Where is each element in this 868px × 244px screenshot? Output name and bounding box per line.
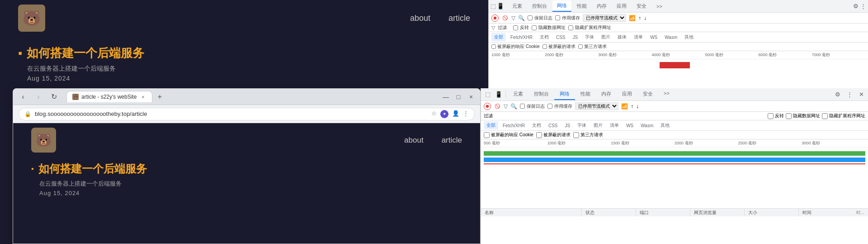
- type-css[interactable]: CSS: [553, 34, 568, 41]
- hide-data-main-checkbox[interactable]: [786, 113, 792, 119]
- devtools-top-toolbar: ⏺ 🚫 ▽ 🔍 保留日志 停用缓存 已停用节流模式 📶 ↑ ↓: [489, 13, 868, 24]
- back-btn[interactable]: ‹: [17, 91, 29, 103]
- url-bar[interactable]: 🔒 blog.soooooooooooooooootheby.top/artic…: [19, 108, 475, 120]
- main-type-doc[interactable]: 文档: [529, 121, 544, 129]
- tab-more[interactable]: >>: [652, 2, 667, 11]
- tab-close-btn[interactable]: ×: [139, 93, 146, 100]
- main-tab-performance[interactable]: 性能: [575, 89, 596, 100]
- main-type-other[interactable]: 其他: [658, 121, 672, 129]
- type-all[interactable]: 全部: [491, 33, 506, 41]
- tab-application[interactable]: 应用: [612, 1, 631, 11]
- disable-cache-checkbox[interactable]: [555, 15, 560, 20]
- device-icon[interactable]: 📱: [497, 3, 504, 10]
- devtools-top-cookie-row: 被屏蔽的响应 Cookie 被屏蔽的请求 第三方请求: [489, 43, 868, 51]
- tab-console[interactable]: 控制台: [528, 1, 552, 11]
- blocked-requests-checkbox[interactable]: [568, 25, 573, 30]
- inspect-icon-main[interactable]: ⬚: [483, 90, 493, 100]
- type-ws[interactable]: WS: [647, 34, 660, 41]
- main-tab-memory[interactable]: 内存: [596, 89, 617, 100]
- cookie-main-checkbox-3[interactable]: [573, 132, 579, 138]
- type-other[interactable]: 其他: [682, 33, 696, 41]
- upload-icon-main[interactable]: ↑: [631, 103, 633, 110]
- device-icon-main[interactable]: 📱: [494, 90, 504, 100]
- main-type-manifest[interactable]: 清单: [607, 121, 622, 129]
- main-nav-article[interactable]: article: [442, 136, 462, 145]
- search-icon[interactable]: 🔍: [518, 15, 525, 21]
- close-devtools-btn[interactable]: ✕: [856, 90, 866, 100]
- upload-icon[interactable]: ↑: [638, 15, 641, 21]
- more-options-icon[interactable]: ⋮: [463, 110, 469, 118]
- inspect-icon[interactable]: ⬚: [491, 3, 496, 10]
- close-win-btn[interactable]: ×: [466, 91, 476, 102]
- type-manifest[interactable]: 清单: [631, 33, 646, 41]
- main-nav-about[interactable]: about: [404, 136, 424, 145]
- download-icon-main[interactable]: ↓: [636, 103, 639, 110]
- preserve-log-checkbox[interactable]: [528, 15, 533, 20]
- third-party-checkbox[interactable]: [578, 44, 583, 49]
- main-type-font[interactable]: 字体: [575, 121, 589, 129]
- tab-network[interactable]: 网络: [552, 0, 571, 12]
- tab-elements[interactable]: 元素: [508, 1, 527, 11]
- preserve-log-main-checkbox[interactable]: [520, 104, 525, 109]
- more-icon[interactable]: ⋮: [860, 3, 866, 10]
- more-icon-main[interactable]: ⋮: [844, 90, 854, 100]
- search-icon-main[interactable]: 🔍: [510, 103, 517, 110]
- type-doc[interactable]: 文档: [537, 33, 552, 41]
- record-btn[interactable]: ⏺: [491, 14, 499, 22]
- filter-icon[interactable]: ▽: [511, 15, 515, 21]
- settings-icon[interactable]: ⚙: [853, 3, 859, 10]
- reload-btn[interactable]: ↻: [47, 91, 60, 103]
- stop-btn[interactable]: 🚫: [501, 14, 509, 22]
- tab-memory[interactable]: 内存: [592, 1, 611, 11]
- browser-tab-article[interactable]: 🐻 article - s22y's webSite ×: [66, 91, 152, 102]
- disable-cache-main-checkbox[interactable]: [547, 104, 552, 109]
- new-tab-btn[interactable]: +: [154, 91, 165, 102]
- main-type-all[interactable]: 全部: [484, 121, 498, 129]
- blocked-cookie-checkbox[interactable]: [491, 44, 496, 49]
- minimize-btn[interactable]: —: [440, 91, 451, 102]
- filter-input-main[interactable]: [495, 113, 757, 119]
- main-tab-application[interactable]: 应用: [617, 89, 637, 100]
- main-type-wasm[interactable]: Wasm: [638, 122, 656, 129]
- record-btn-main[interactable]: ⏺: [484, 103, 491, 110]
- reverse-checkbox[interactable]: [513, 25, 518, 30]
- main-type-fetch[interactable]: Fetch/XHR: [500, 122, 528, 129]
- stop-btn-main[interactable]: 🚫: [494, 103, 501, 110]
- throttle-select[interactable]: 已停用节流模式: [583, 14, 626, 22]
- download-icon[interactable]: ↓: [644, 15, 646, 21]
- profile-icon[interactable]: 👤: [452, 110, 459, 118]
- main-tab-network[interactable]: 网络: [554, 89, 575, 100]
- forward-btn[interactable]: ›: [32, 91, 45, 103]
- type-font[interactable]: 字体: [582, 33, 597, 41]
- cookie-main-checkbox-1[interactable]: [484, 132, 490, 138]
- main-type-ws[interactable]: WS: [623, 122, 636, 129]
- blocked-ext-main-checkbox[interactable]: [822, 113, 828, 119]
- reverse-main-checkbox[interactable]: [768, 113, 774, 119]
- extensions-icon[interactable]: ✦: [440, 110, 448, 118]
- main-type-css[interactable]: CSS: [546, 122, 561, 129]
- bg-nav-about[interactable]: about: [410, 14, 430, 23]
- filter-icon-main[interactable]: ▽: [504, 103, 508, 110]
- type-js[interactable]: JS: [570, 34, 580, 41]
- tab-security[interactable]: 安全: [632, 1, 651, 11]
- cookie-main-checkbox-2[interactable]: [536, 132, 542, 138]
- main-tab-console[interactable]: 控制台: [528, 89, 554, 100]
- type-wasm[interactable]: Wasm: [662, 34, 680, 41]
- main-type-img[interactable]: 图片: [591, 121, 605, 129]
- main-tab-more[interactable]: >>: [658, 89, 675, 100]
- hide-data-urls-checkbox[interactable]: [532, 25, 537, 30]
- blocked-req-checkbox[interactable]: [542, 44, 547, 49]
- settings-icon-main[interactable]: ⚙: [833, 90, 843, 100]
- tab-performance[interactable]: 性能: [572, 1, 591, 11]
- bookmark-icon[interactable]: ☆: [431, 110, 437, 118]
- main-type-js[interactable]: JS: [562, 122, 573, 129]
- maximize-btn[interactable]: □: [453, 91, 464, 102]
- type-media[interactable]: 媒体: [615, 33, 629, 41]
- type-fetch[interactable]: Fetch/XHR: [508, 34, 535, 41]
- main-tab-security[interactable]: 安全: [637, 89, 658, 100]
- main-tab-elements[interactable]: 元素: [508, 89, 528, 100]
- preserve-log-main-label: 保留日志: [520, 103, 545, 110]
- bg-nav-article[interactable]: article: [448, 14, 470, 23]
- type-img[interactable]: 图片: [599, 33, 613, 41]
- throttle-select-main[interactable]: 已停用节流模式: [575, 102, 618, 110]
